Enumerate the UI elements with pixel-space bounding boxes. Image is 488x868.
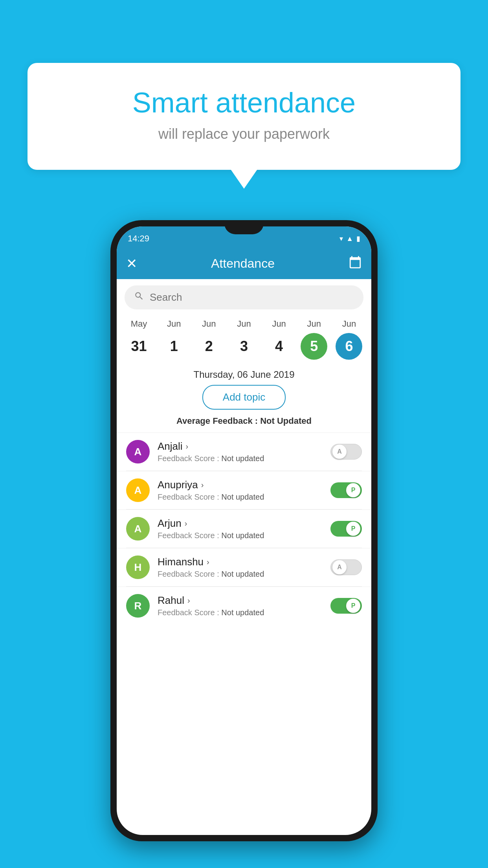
cal-day-3[interactable]: Jun 3	[231, 319, 257, 360]
calendar-strip: May 31 Jun 1 Jun 2 Jun 3	[117, 316, 371, 363]
average-feedback: Average Feedback : Not Updated	[117, 416, 371, 426]
wifi-icon: ▾	[339, 234, 343, 243]
signal-icon: ▲	[346, 235, 353, 243]
student-info-arjun: Arjun › Feedback Score : Not updated	[158, 517, 323, 540]
student-item-himanshu[interactable]: H Himanshu › Feedback Score : Not update…	[117, 548, 371, 586]
feedback-anupriya: Feedback Score : Not updated	[158, 493, 323, 502]
cal-day-6[interactable]: Jun 6	[336, 319, 362, 360]
phone-mockup: 14:29 ▾ ▲ ▮ ✕ Attendance	[110, 220, 378, 841]
student-info-anjali: Anjali › Feedback Score : Not updated	[158, 440, 323, 463]
calendar-icon[interactable]	[349, 256, 362, 272]
student-name-anupriya: Anupriya ›	[158, 479, 323, 491]
chevron-anjali: ›	[186, 442, 189, 451]
student-info-himanshu: Himanshu › Feedback Score : Not updated	[158, 556, 323, 579]
feedback-arjun: Feedback Score : Not updated	[158, 531, 323, 540]
toggle-switch-himanshu[interactable]: A	[330, 559, 362, 575]
toggle-anjali[interactable]: A	[330, 444, 362, 460]
student-item-anupriya[interactable]: A Anupriya › Feedback Score : Not update…	[117, 471, 371, 509]
toggle-switch-anupriya[interactable]: P	[330, 482, 362, 498]
avg-feedback-label: Average Feedback :	[176, 416, 260, 426]
student-list: A Anjali › Feedback Score : Not updated …	[117, 432, 371, 625]
student-name-rahul: Rahul ›	[158, 594, 323, 607]
app-bar: ✕ Attendance	[117, 248, 371, 279]
cal-day-4[interactable]: Jun 4	[266, 319, 292, 360]
feedback-rahul: Feedback Score : Not updated	[158, 608, 323, 617]
battery-icon: ▮	[356, 234, 360, 243]
student-item-arjun[interactable]: A Arjun › Feedback Score : Not updated P	[117, 509, 371, 548]
speech-bubble-title: Smart attendance	[59, 86, 429, 119]
toggle-switch-arjun[interactable]: P	[330, 521, 362, 537]
search-bar[interactable]	[125, 285, 363, 309]
search-input[interactable]	[150, 291, 354, 303]
toggle-arjun[interactable]: P	[330, 521, 362, 537]
avg-feedback-value: Not Updated	[260, 416, 312, 426]
avatar-anupriya: A	[126, 478, 150, 502]
cal-day-2[interactable]: Jun 2	[196, 319, 222, 360]
avatar-anjali: A	[126, 440, 150, 463]
status-time: 14:29	[128, 234, 149, 244]
toggle-switch-rahul[interactable]: P	[330, 598, 362, 614]
student-name-arjun: Arjun ›	[158, 517, 323, 530]
student-item-anjali[interactable]: A Anjali › Feedback Score : Not updated …	[117, 432, 371, 471]
chevron-himanshu: ›	[207, 557, 209, 566]
avatar-arjun: A	[126, 517, 150, 541]
toggle-himanshu[interactable]: A	[330, 559, 362, 575]
student-name-himanshu: Himanshu ›	[158, 556, 323, 568]
avatar-rahul: R	[126, 594, 150, 618]
speech-bubble-subtitle: will replace your paperwork	[59, 126, 429, 142]
screen-content: May 31 Jun 1 Jun 2 Jun 3	[117, 279, 371, 835]
chevron-anupriya: ›	[201, 480, 204, 489]
chevron-arjun: ›	[185, 519, 187, 528]
cal-day-1[interactable]: Jun 1	[161, 319, 187, 360]
add-topic-button[interactable]: Add topic	[202, 385, 286, 410]
feedback-himanshu: Feedback Score : Not updated	[158, 570, 323, 579]
toggle-anupriya[interactable]: P	[330, 482, 362, 498]
student-info-rahul: Rahul › Feedback Score : Not updated	[158, 594, 323, 617]
status-icons: ▾ ▲ ▮	[339, 234, 360, 243]
search-icon	[134, 291, 144, 304]
phone-outer: 14:29 ▾ ▲ ▮ ✕ Attendance	[110, 220, 378, 841]
chevron-rahul: ›	[187, 596, 190, 605]
phone-screen: 14:29 ▾ ▲ ▮ ✕ Attendance	[117, 226, 371, 835]
student-info-anupriya: Anupriya › Feedback Score : Not updated	[158, 479, 323, 502]
toggle-switch-anjali[interactable]: A	[330, 444, 362, 460]
student-name-anjali: Anjali ›	[158, 440, 323, 452]
cal-day-5[interactable]: Jun 5	[301, 319, 327, 360]
toggle-rahul[interactable]: P	[330, 598, 362, 614]
app-bar-title: Attendance	[211, 256, 275, 271]
phone-notch	[224, 220, 264, 234]
student-item-rahul[interactable]: R Rahul › Feedback Score : Not updated P	[117, 587, 371, 625]
selected-date-label: Thursday, 06 June 2019	[117, 369, 371, 380]
speech-bubble: Smart attendance will replace your paper…	[28, 63, 460, 170]
feedback-anjali: Feedback Score : Not updated	[158, 454, 323, 463]
close-icon[interactable]: ✕	[126, 256, 137, 271]
cal-day-0[interactable]: May 31	[126, 319, 152, 360]
avatar-himanshu: H	[126, 555, 150, 579]
